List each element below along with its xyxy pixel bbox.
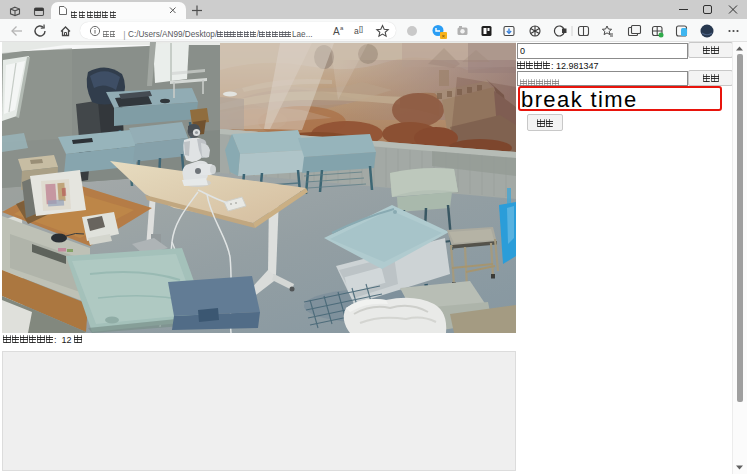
- svg-text:×: ×: [442, 33, 446, 39]
- svg-text:A: A: [333, 26, 340, 37]
- svg-text:[]: []: [359, 25, 363, 33]
- svg-text:a: a: [340, 25, 344, 31]
